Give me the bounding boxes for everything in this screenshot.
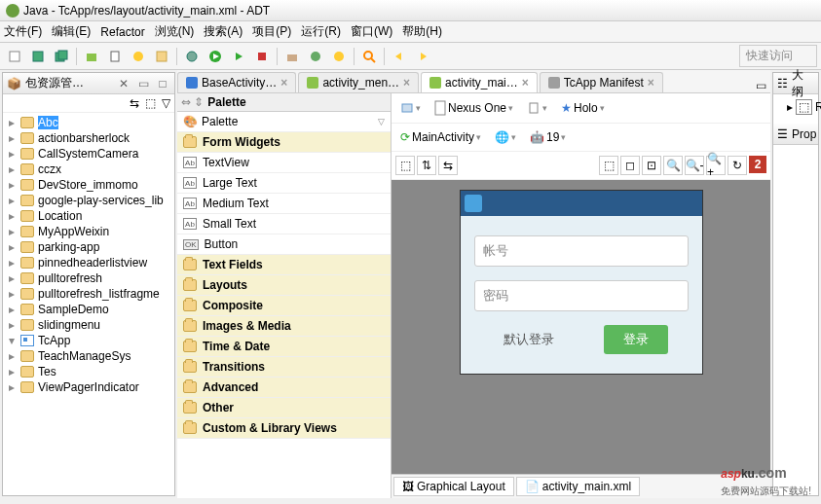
external-tools-button[interactable] <box>251 46 273 67</box>
close-icon[interactable]: × <box>648 76 654 90</box>
tree-item-teachmanagesys[interactable]: ▸TeachManageSys <box>3 348 174 364</box>
tree-item-parking-app[interactable]: ▸parking-app <box>3 239 174 255</box>
palette-item[interactable]: AbMedium Text <box>177 194 391 214</box>
editor-tab[interactable]: activity_mai…× <box>421 72 538 92</box>
editor-tab[interactable]: activity_men…× <box>298 72 419 92</box>
design-canvas[interactable]: 帐号 密码 默认登录 登录 <box>392 180 770 474</box>
device-chooser[interactable]: Nexus One▾ <box>429 97 518 119</box>
tab-graphical-layout[interactable]: 🖼Graphical Layout <box>393 477 514 496</box>
clip-button[interactable]: ⬚ <box>599 156 618 175</box>
api-chooser[interactable]: 🤖19▾ <box>525 127 571 147</box>
palette-item[interactable]: OKButton <box>177 234 391 255</box>
palette-item[interactable]: Custom & Library Views <box>177 418 391 439</box>
debug-button[interactable] <box>181 46 203 67</box>
palette-item[interactable]: Other <box>177 398 391 418</box>
maximize-panel-icon[interactable]: □ <box>155 76 170 91</box>
palette-item[interactable]: Time & Date <box>177 337 391 357</box>
palette-item[interactable]: Images & Media <box>177 316 391 337</box>
palette-item[interactable]: Composite <box>177 296 391 316</box>
editor-tab[interactable]: TcApp Manifest× <box>540 72 663 92</box>
tree-item-abc[interactable]: ▸Abc <box>3 115 174 130</box>
locale-chooser[interactable]: 🌐▾ <box>490 127 521 147</box>
menu-navigate[interactable]: 浏览(N) <box>155 23 195 40</box>
close-icon[interactable]: × <box>522 76 529 90</box>
palette-item[interactable]: Layouts <box>177 275 391 296</box>
refresh-button[interactable]: ↻ <box>728 156 747 175</box>
tree-item-pinnedheaderlistview[interactable]: ▸pinnedheaderlistview <box>3 255 174 270</box>
outline-root[interactable]: ▸ ⬚ R <box>777 98 814 116</box>
toggle-viewport-button[interactable]: ⬚ <box>395 156 415 175</box>
tree-item-slidingmenu[interactable]: ▸slidingmenu <box>3 317 174 333</box>
tree-item-pulltorefresh_listfragme[interactable]: ▸pulltorefresh_listfragme <box>3 286 174 302</box>
tree-item-google-play-services_lib[interactable]: ▸google-play-services_lib <box>3 193 174 208</box>
save-button[interactable] <box>27 46 49 67</box>
align-h-button[interactable]: ⇅ <box>417 156 436 175</box>
avd-manager-button[interactable] <box>104 46 126 67</box>
view-menu-icon[interactable]: ▽ <box>162 96 170 110</box>
quick-access-input[interactable]: 快速访问 <box>739 45 817 67</box>
save-all-button[interactable] <box>51 46 72 67</box>
tree-item-tcapp[interactable]: ▾TcApp <box>3 333 174 348</box>
palette-item[interactable]: AbTextView <box>177 153 391 173</box>
open-type-button[interactable] <box>328 46 350 67</box>
tab-xml-source[interactable]: 📄activity_main.xml <box>516 477 640 496</box>
zoom-in-button[interactable]: 🔍+ <box>706 156 726 175</box>
tree-item-actionbarsherlock[interactable]: ▸actionbarsherlock <box>3 130 174 146</box>
zoom-out-button[interactable]: 🔍- <box>685 156 704 175</box>
zoom-fit-button[interactable]: ⊡ <box>642 156 661 175</box>
menu-edit[interactable]: 编辑(E) <box>52 23 91 40</box>
new-package-button[interactable] <box>281 46 303 67</box>
tree-item-cczx[interactable]: ▸cczx <box>3 162 174 177</box>
close-icon[interactable]: × <box>280 76 287 90</box>
new-button[interactable] <box>4 46 25 67</box>
tree-item-pulltorefresh[interactable]: ▸pulltorefresh <box>3 270 174 286</box>
tree-item-tes[interactable]: ▸Tes <box>3 364 174 379</box>
link-editor-icon[interactable]: ⬚ <box>145 96 156 110</box>
menu-run[interactable]: 运行(R) <box>301 23 341 40</box>
menu-project[interactable]: 项目(P) <box>252 23 291 40</box>
default-login-button[interactable]: 默认登录 <box>494 325 564 354</box>
align-v-button[interactable]: ⇆ <box>438 156 458 175</box>
zoom-reset-button[interactable]: ◻ <box>620 156 640 175</box>
editor-tab[interactable]: BaseActivity…× <box>177 72 296 92</box>
password-input[interactable]: 密码 <box>474 280 689 311</box>
tree-item-sampledemo[interactable]: ▸SampleDemo <box>3 302 174 317</box>
activity-chooser[interactable]: ⟳MainActivity▾ <box>395 127 486 147</box>
lint-button[interactable] <box>128 46 149 67</box>
minimize-editor-icon[interactable]: ▭ <box>752 79 770 92</box>
tree-item-location[interactable]: ▸Location <box>3 208 174 224</box>
tree-item-callsystemcamera[interactable]: ▸CallSystemCamera <box>3 146 174 162</box>
menu-search[interactable]: 搜索(A) <box>204 23 243 40</box>
tree-item-myappweixin[interactable]: ▸MyAppWeixin <box>3 224 174 239</box>
forward-button[interactable] <box>412 46 433 67</box>
zoom-100-button[interactable]: 🔍 <box>663 156 683 175</box>
menu-file[interactable]: 文件(F) <box>4 23 42 40</box>
palette-item[interactable]: Transitions <box>177 357 391 378</box>
error-badge[interactable]: 2 <box>749 156 766 173</box>
collapse-all-icon[interactable]: ⇆ <box>130 96 139 110</box>
palette-item[interactable]: Form Widgets <box>177 132 391 153</box>
back-button[interactable] <box>389 46 410 67</box>
minimize-panel-icon[interactable]: ▭ <box>135 76 151 91</box>
account-input[interactable]: 帐号 <box>474 235 689 267</box>
login-button[interactable]: 登录 <box>604 325 668 354</box>
palette-item[interactable]: Advanced <box>177 378 391 398</box>
new-class-button[interactable] <box>305 46 326 67</box>
palette-item[interactable]: Text Fields <box>177 255 391 275</box>
palette-item[interactable]: AbLarge Text <box>177 173 391 194</box>
run-last-button[interactable] <box>228 46 249 67</box>
close-panel-icon[interactable]: ✕ <box>116 76 131 91</box>
menu-refactor[interactable]: Refactor <box>100 25 144 39</box>
sdk-manager-button[interactable] <box>81 46 102 67</box>
orientation-button[interactable]: ▾ <box>522 98 552 118</box>
search-button[interactable] <box>358 46 380 67</box>
close-icon[interactable]: × <box>403 76 410 90</box>
tree-item-viewpagerindicator[interactable]: ▸ViewPagerIndicator <box>3 379 174 395</box>
theme-chooser[interactable]: ★Holo▾ <box>556 98 610 118</box>
config-chooser[interactable]: ▾ <box>395 98 426 118</box>
menu-help[interactable]: 帮助(H) <box>402 23 442 40</box>
palette-nav-icon[interactable]: ⇔ ⇕ <box>181 95 204 109</box>
palette-item[interactable]: AbSmall Text <box>177 214 391 234</box>
run-button[interactable] <box>205 46 226 67</box>
tree-item-devstore_immomo[interactable]: ▸DevStore_immomo <box>3 177 174 193</box>
